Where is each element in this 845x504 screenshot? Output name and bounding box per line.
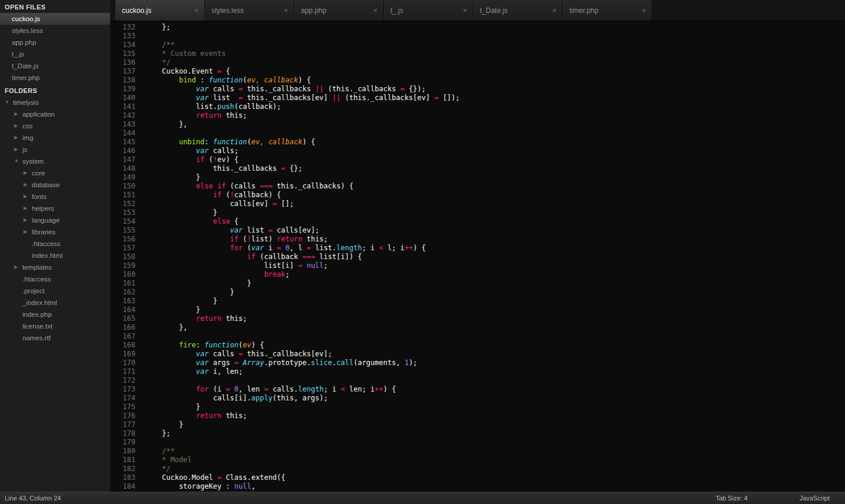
close-icon[interactable]: × — [458, 6, 467, 15]
code-line[interactable]: 139 var calls = this._callbacks || (this… — [111, 85, 845, 94]
folder-item[interactable]: ▶application — [0, 108, 110, 120]
tab-size-indicator[interactable]: Tab Size: 4 — [715, 495, 747, 502]
code-line[interactable]: 179 — [111, 438, 845, 447]
code-line[interactable]: 150 else if (calls === this._callbacks) … — [111, 182, 845, 191]
code-line[interactable]: 142 return this; — [111, 111, 845, 120]
code-line[interactable]: 165 return this; — [111, 314, 845, 323]
code-line[interactable]: 177 } — [111, 420, 845, 429]
code-line[interactable]: 145 unbind: function(ev, callback) { — [111, 138, 845, 147]
code-line[interactable]: 144 — [111, 129, 845, 138]
tree-file-item[interactable]: names.rtf — [0, 332, 110, 344]
code-line[interactable]: 151 if (!callback) { — [111, 191, 845, 200]
code-line[interactable]: 154 else { — [111, 217, 845, 226]
chevron-right-icon: ▶ — [14, 132, 22, 144]
folder-item[interactable]: ▼system — [0, 155, 110, 167]
code-line[interactable]: 160 break; — [111, 270, 845, 279]
code-line[interactable]: 164 } — [111, 306, 845, 314]
tree-item-label: names.rtf — [22, 332, 51, 344]
code-line[interactable]: 182*/ — [111, 465, 845, 473]
code-line[interactable]: 132}; — [111, 23, 845, 32]
code-line[interactable]: 135* Custom events — [111, 49, 845, 58]
open-file-item[interactable]: t_.js — [0, 48, 110, 60]
code-line[interactable]: 148 this._callbacks = {}; — [111, 164, 845, 173]
code-line[interactable]: 176 return this; — [111, 412, 845, 420]
folder-item[interactable]: ▶fonts — [0, 191, 110, 203]
app-window: OPEN FILES cuckoo.jsstyles.lessapp.phpt_… — [0, 0, 845, 492]
close-icon[interactable]: × — [369, 6, 377, 15]
tab-timer.php[interactable]: timer.php× — [563, 0, 652, 21]
code-line[interactable]: 180/** — [111, 447, 845, 456]
code-line[interactable]: 183Cuckoo.Model = Class.extend({ — [111, 473, 845, 482]
code-line[interactable]: 166 }, — [111, 323, 845, 332]
tab-t_Date.js[interactable]: t_Date.js× — [473, 0, 563, 21]
language-indicator[interactable]: JavaScript — [800, 495, 830, 502]
open-file-item[interactable]: styles.less — [0, 25, 110, 37]
folder-item[interactable]: ▶templates — [0, 261, 110, 273]
code-line[interactable]: 140 var list = this._callbacks[ev] || (t… — [111, 94, 845, 102]
close-icon[interactable]: × — [190, 6, 198, 15]
code-line[interactable]: 136*/ — [111, 58, 845, 67]
folder-item[interactable]: ▶core — [0, 167, 110, 179]
tree-file-item[interactable]: _index.html — [0, 297, 110, 309]
code-line[interactable]: 153 } — [111, 208, 845, 217]
code-area[interactable]: 132};133134/**135* Custom events136*/137… — [111, 21, 845, 492]
open-file-item[interactable]: t_Date.js — [0, 60, 110, 72]
chevron-right-icon: ▶ — [24, 203, 32, 214]
close-icon[interactable]: × — [548, 6, 556, 15]
folder-item[interactable]: ▼timelysis — [0, 97, 110, 108]
folder-item[interactable]: ▶language — [0, 214, 110, 226]
code-line[interactable]: 184 storageKey : null, — [111, 482, 845, 491]
code-line[interactable]: 143 }, — [111, 120, 845, 129]
tab-app.php[interactable]: app.php× — [294, 0, 384, 21]
tree-file-item[interactable]: license.txt — [0, 320, 110, 332]
code-line[interactable]: 152 calls[ev] = []; — [111, 200, 845, 208]
folder-item[interactable]: ▶helpers — [0, 203, 110, 214]
code-line[interactable]: 173 for (i = 0, len = calls.length; i < … — [111, 385, 845, 394]
tab-t_.js[interactable]: t_.js× — [384, 0, 473, 21]
code-line[interactable]: 169 var calls = this._callbacks[ev]; — [111, 350, 845, 359]
tree-file-item[interactable]: .htaccess — [0, 273, 110, 285]
tree-file-item[interactable]: .project — [0, 285, 110, 297]
code-line[interactable]: 158 if (callback === list[i]) { — [111, 253, 845, 261]
folder-item[interactable]: ▶css — [0, 120, 110, 132]
code-line[interactable]: 146 var calls; — [111, 147, 845, 155]
open-file-item[interactable]: timer.php — [0, 72, 110, 84]
folder-item[interactable]: ▶img — [0, 132, 110, 144]
tab-styles.less[interactable]: styles.less× — [205, 0, 294, 21]
open-file-item[interactable]: cuckoo.js — [0, 13, 110, 25]
code-line[interactable]: 159 list[i] = null; — [111, 261, 845, 270]
code-line[interactable]: 157 for (var i = 0, l = list.length; i <… — [111, 244, 845, 253]
code-line[interactable]: 156 if (!list) return this; — [111, 235, 845, 244]
code-line[interactable]: 178}; — [111, 429, 845, 438]
code-line[interactable]: 163 } — [111, 297, 845, 306]
code-line[interactable]: 147 if (!ev) { — [111, 155, 845, 164]
code-line[interactable]: 149 } — [111, 173, 845, 182]
close-icon[interactable]: × — [279, 6, 288, 15]
code-line[interactable]: 138 bind : function(ev, callback) { — [111, 76, 845, 85]
code-line[interactable]: 133 — [111, 32, 845, 41]
code-line[interactable]: 134/** — [111, 41, 845, 49]
folder-item[interactable]: ▶libraries — [0, 226, 110, 238]
code-line[interactable]: 162 } — [111, 288, 845, 297]
code-line[interactable]: 175 } — [111, 403, 845, 412]
code-line[interactable]: 168 fire: function(ev) { — [111, 341, 845, 350]
folder-item[interactable]: ▶js — [0, 144, 110, 155]
tree-file-item[interactable]: .htaccess — [0, 238, 110, 250]
code-line[interactable]: 161 } — [111, 279, 845, 288]
code-line[interactable]: 171 var i, len; — [111, 367, 845, 376]
code-line[interactable]: 172 — [111, 376, 845, 385]
code-line[interactable]: 181* Model — [111, 456, 845, 465]
tree-file-item[interactable]: index.php — [0, 309, 110, 320]
tree-file-item[interactable]: index.html — [0, 250, 110, 261]
code-line[interactable]: 155 var list = calls[ev]; — [111, 226, 845, 235]
code-text: return this; — [135, 111, 247, 120]
code-line[interactable]: 174 calls[i].apply(this, args); — [111, 394, 845, 403]
open-file-item[interactable]: app.php — [0, 37, 110, 48]
tab-cuckoo.js[interactable]: cuckoo.js× — [115, 0, 205, 21]
close-icon[interactable]: × — [637, 6, 646, 15]
code-line[interactable]: 141 list.push(callback); — [111, 102, 845, 111]
folder-item[interactable]: ▶database — [0, 179, 110, 191]
code-line[interactable]: 170 var args = Array.prototype.slice.cal… — [111, 359, 845, 367]
code-line[interactable]: 137Cuckoo.Event = { — [111, 67, 845, 76]
code-line[interactable]: 167 — [111, 332, 845, 341]
